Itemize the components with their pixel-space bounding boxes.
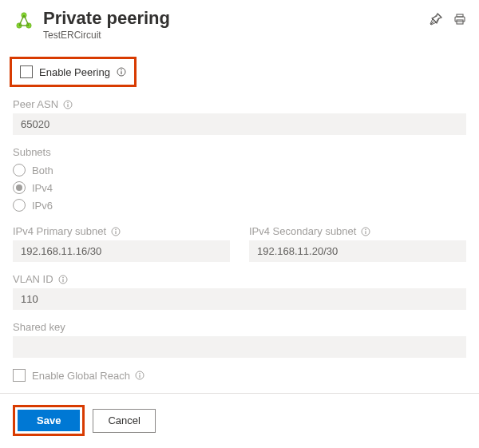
vlan-id-field: VLAN ID xyxy=(13,273,466,310)
svg-line-5 xyxy=(24,15,29,26)
subnets-option-label: IPv6 xyxy=(32,200,53,212)
save-button-highlight: Save xyxy=(13,405,85,436)
svg-line-4 xyxy=(19,15,24,26)
enable-global-reach-label: Enable Global Reach xyxy=(32,370,130,382)
subnets-radio-both[interactable] xyxy=(13,164,26,176)
svg-point-18 xyxy=(115,229,117,231)
ipv4-secondary-input[interactable] xyxy=(249,240,466,262)
ipv4-primary-label: IPv4 Primary subnet xyxy=(13,225,106,237)
info-icon[interactable] xyxy=(117,67,126,77)
ipv4-secondary-field: IPv4 Secondary subnet xyxy=(249,225,466,262)
enable-peering-highlight: Enable Peering xyxy=(10,57,137,87)
info-icon[interactable] xyxy=(135,371,144,380)
page-subtitle: TestERCircuit xyxy=(43,30,418,41)
info-icon[interactable] xyxy=(63,100,73,109)
vlan-id-input[interactable] xyxy=(13,288,466,310)
subnets-option-label: Both xyxy=(32,165,53,176)
enable-global-reach-checkbox[interactable] xyxy=(13,369,26,382)
enable-peering-label: Enable Peering xyxy=(39,66,110,78)
info-icon[interactable] xyxy=(58,275,68,284)
ipv4-primary-field: IPv4 Primary subnet xyxy=(13,225,230,262)
page-title: Private peering xyxy=(43,8,418,29)
svg-point-27 xyxy=(139,373,141,375)
peer-asn-label: Peer ASN xyxy=(13,98,58,110)
subnets-label: Subnets xyxy=(13,146,466,158)
subnets-radio-ipv6[interactable] xyxy=(13,199,26,212)
svg-point-21 xyxy=(366,229,367,231)
ipv4-secondary-label: IPv4 Secondary subnet xyxy=(249,225,356,237)
cancel-button[interactable]: Cancel xyxy=(93,409,155,433)
save-button[interactable]: Save xyxy=(18,410,80,431)
shared-key-field: Shared key xyxy=(13,321,466,358)
subnets-group: Subnets Both IPv4 IPv6 xyxy=(13,146,466,214)
enable-peering-checkbox[interactable] xyxy=(20,65,33,78)
svg-point-15 xyxy=(67,102,69,104)
subnets-option-label: IPv4 xyxy=(32,182,53,194)
vlan-id-label: VLAN ID xyxy=(13,273,53,285)
info-icon[interactable] xyxy=(111,227,121,236)
peer-asn-input[interactable] xyxy=(13,113,466,135)
page-header: Private peering TestERCircuit xyxy=(0,0,479,52)
peer-asn-field: Peer ASN xyxy=(13,98,466,135)
print-icon[interactable] xyxy=(453,13,466,26)
svg-point-12 xyxy=(121,69,122,71)
svg-point-24 xyxy=(62,277,64,279)
pin-icon[interactable] xyxy=(430,13,442,26)
shared-key-input[interactable] xyxy=(13,336,466,358)
ipv4-primary-input[interactable] xyxy=(13,240,230,262)
footer: Save Cancel xyxy=(0,394,479,436)
enable-global-reach-row: Enable Global Reach xyxy=(13,369,466,382)
shared-key-label: Shared key xyxy=(13,321,466,333)
subnets-radio-ipv4[interactable] xyxy=(13,181,26,194)
peering-resource-icon xyxy=(13,10,35,32)
info-icon[interactable] xyxy=(361,227,370,236)
